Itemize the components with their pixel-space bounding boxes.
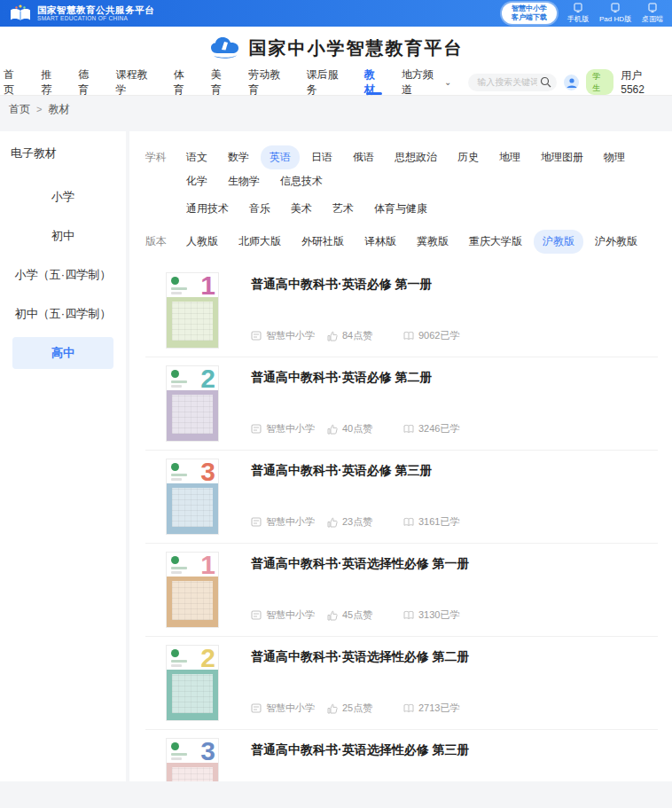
- chevron-down-icon: ⌄: [444, 77, 451, 87]
- main-panel: 学科 语文数学英语日语俄语思想政治历史地理地理图册物理化学生物学信息技术通用技术…: [129, 131, 672, 781]
- book-title[interactable]: 普通高中教科书·英语选择性必修 第二册: [251, 649, 658, 665]
- filter-option[interactable]: 北师大版: [230, 230, 290, 254]
- cover-text-line: [171, 753, 187, 756]
- platform-title: 国家智慧教育公共服务平台: [37, 4, 154, 15]
- cover-text-line: [171, 757, 182, 760]
- book-likes[interactable]: 84点赞: [327, 329, 403, 342]
- book-cover[interactable]: 1: [167, 553, 218, 627]
- book-row[interactable]: 3 普通高中教科书·英语必修 第三册 智慧中小学 23: [145, 451, 658, 544]
- thumbs-up-icon: [327, 331, 338, 341]
- device-link[interactable]: 手机版: [567, 3, 589, 24]
- user-role-badge: 学生: [586, 69, 613, 95]
- sidebar-item[interactable]: 小学（五·四学制）: [12, 259, 113, 291]
- filter-option[interactable]: 俄语: [344, 145, 383, 169]
- cover-text-line: [171, 660, 187, 663]
- sidebar-item[interactable]: 初中: [12, 220, 113, 252]
- filter-option[interactable]: 生物学: [219, 169, 269, 193]
- nav-item[interactable]: 劳动教育 ⌄: [248, 69, 289, 95]
- filter-option[interactable]: 历史: [449, 145, 488, 169]
- cover-art: [167, 577, 218, 627]
- book-learned-count: 3130已学: [418, 608, 459, 622]
- nav-item[interactable]: 美育 ⌄: [211, 69, 231, 95]
- book-likes[interactable]: 25点赞: [327, 702, 403, 715]
- book-title[interactable]: 普通高中教科书·英语必修 第三册: [251, 463, 658, 479]
- sidebar-item[interactable]: 小学: [12, 181, 113, 213]
- filter-option[interactable]: 日语: [302, 145, 341, 169]
- filter-option[interactable]: 信息技术: [271, 169, 332, 193]
- book-likes[interactable]: 23点赞: [327, 515, 403, 529]
- book-row[interactable]: 1 普通高中教科书·英语选择性必修 第一册 智慧中小学: [145, 544, 658, 637]
- nav-item[interactable]: 课后服务 ⌄: [307, 69, 348, 95]
- nav-item[interactable]: 德育 ⌄: [78, 69, 98, 95]
- filter-option[interactable]: 地理图册: [532, 145, 592, 169]
- nav-item[interactable]: 体育 ⌄: [174, 69, 194, 95]
- book-source-label: 智慧中小学: [266, 608, 315, 622]
- nav-item-label: 德育: [78, 67, 98, 98]
- book-likes[interactable]: 40点赞: [327, 422, 403, 435]
- book-meta: 智慧中小学 25点赞 2713已学: [251, 702, 658, 715]
- book-row[interactable]: 2 普通高中教科书·英语必修 第二册 智慧中小学 40: [145, 357, 658, 451]
- book-title[interactable]: 普通高中教科书·英语必修 第一册: [251, 277, 658, 293]
- filter-option[interactable]: 物理: [595, 145, 634, 169]
- book-title[interactable]: 普通高中教科书·英语必修 第二册: [251, 370, 658, 386]
- cover-text-line: [171, 571, 182, 574]
- cover-volume-number: 2: [200, 646, 215, 672]
- book-cover[interactable]: 3: [167, 459, 218, 534]
- nav-item[interactable]: 地方频道 ⌄: [402, 69, 451, 95]
- book-title[interactable]: 普通高中教科书·英语选择性必修 第三册: [251, 742, 658, 758]
- filter-option[interactable]: 美术: [282, 197, 321, 221]
- book-row[interactable]: 2 普通高中教科书·英语选择性必修 第二册 智慧中小学: [145, 637, 658, 730]
- filter-option[interactable]: 译林版: [356, 230, 405, 254]
- book-likes[interactable]: 45点赞: [327, 608, 403, 622]
- filter-option[interactable]: 语文: [177, 145, 216, 169]
- nav-item[interactable]: 推荐 ⌄: [41, 69, 61, 95]
- filter-option[interactable]: 思想政治: [386, 145, 446, 169]
- breadcrumb-home[interactable]: 首页: [9, 102, 30, 117]
- filter-option[interactable]: 重庆大学版: [460, 230, 531, 254]
- nav-item-label: 首页: [4, 67, 24, 98]
- book-title[interactable]: 普通高中教科书·英语选择性必修 第一册: [251, 556, 658, 572]
- sidebar-item[interactable]: 高中: [12, 337, 113, 369]
- cover-text-line: [171, 474, 187, 476]
- device-link[interactable]: 桌面端: [642, 3, 663, 24]
- book-row[interactable]: 1 普通高中教科书·英语必修 第一册 智慧中小学 84: [145, 264, 658, 357]
- filter-option[interactable]: 艺术: [324, 197, 363, 221]
- book-cover[interactable]: 2: [167, 366, 218, 441]
- user-name[interactable]: 用户5562: [621, 68, 663, 96]
- cover-text-line: [171, 385, 182, 388]
- filter-option[interactable]: 地理: [490, 145, 529, 169]
- client-download-button[interactable]: 智慧中小学 客户端下载: [502, 3, 557, 24]
- device-label: Pad HD版: [599, 14, 631, 24]
- platform-brand[interactable]: 国家智慧教育公共服务平台 SMART EDUCATION OF CHINA: [9, 4, 154, 23]
- nav-item[interactable]: 课程教学 ⌄: [116, 69, 157, 95]
- user-avatar[interactable]: [564, 75, 579, 90]
- filter-option[interactable]: 外研社版: [293, 230, 353, 254]
- filter-option[interactable]: 冀教版: [408, 230, 457, 254]
- filter-option[interactable]: 音乐: [240, 197, 279, 221]
- nav-item[interactable]: 首页 ⌄: [4, 69, 24, 95]
- cover-text-line: [171, 287, 187, 290]
- book-learned: 3161已学: [403, 515, 480, 529]
- filter-option[interactable]: 沪外教版: [586, 230, 646, 254]
- filter-option[interactable]: 化学: [177, 169, 216, 193]
- open-book-logo-icon: [9, 4, 32, 23]
- main-nav: 首页 ⌄ 推荐 ⌄ 德育 ⌄ 课程教学 ⌄ 体育 ⌄ 美育 ⌄ 劳动教育 ⌄ 课…: [0, 69, 672, 96]
- publisher-logo-icon: [171, 370, 179, 378]
- book-cover[interactable]: 1: [167, 273, 218, 348]
- book-cover[interactable]: 2: [167, 646, 218, 720]
- cover-art: [167, 297, 218, 348]
- filter-option[interactable]: 人教版: [177, 230, 227, 254]
- filter-option[interactable]: 通用技术: [177, 197, 238, 221]
- book-cover[interactable]: 3: [167, 739, 218, 781]
- open-book-icon: [403, 703, 414, 713]
- publisher-logo-icon: [171, 277, 179, 285]
- filter-option[interactable]: 数学: [219, 145, 258, 169]
- device-link[interactable]: Pad HD版: [599, 3, 631, 24]
- nav-item[interactable]: 教材 ⌄: [364, 69, 385, 95]
- filter-option[interactable]: 沪教版: [534, 230, 583, 254]
- book-row[interactable]: 3 普通高中教科书·英语选择性必修 第三册 智慧中小学: [145, 730, 658, 781]
- search-icon[interactable]: [540, 76, 551, 88]
- filter-option[interactable]: 体育与健康: [365, 197, 436, 221]
- sidebar-item[interactable]: 初中（五·四学制）: [12, 298, 113, 330]
- filter-option[interactable]: 英语: [261, 145, 300, 169]
